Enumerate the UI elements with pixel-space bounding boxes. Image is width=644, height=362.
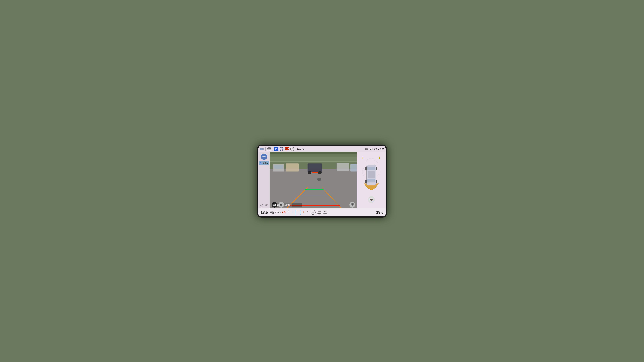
svg-text:MAX: MAX [324, 213, 326, 214]
globe-icon [374, 148, 377, 150]
svg-point-19 [264, 156, 265, 157]
svg-rect-51 [351, 203, 352, 205]
grid-icon[interactable] [260, 148, 264, 150]
auto-button[interactable]: AUTO [275, 211, 281, 214]
ac-unit-label: 空调 [270, 212, 274, 214]
rear-defroster-button[interactable]: REAR [317, 211, 322, 214]
divider2 [272, 147, 273, 151]
settings-button[interactable]: 设置 [259, 204, 269, 207]
svg-text:!: ! [362, 156, 363, 159]
ac-label-group: AQS 空调 [270, 211, 274, 214]
svg-point-50 [282, 204, 282, 205]
avatar[interactable] [261, 154, 267, 160]
svg-rect-52 [352, 203, 354, 205]
svg-point-38 [317, 178, 321, 181]
heated-seat-right-icon[interactable] [306, 211, 310, 214]
settings-icon [260, 204, 263, 207]
top-bar-right: 13:37 [365, 148, 384, 150]
svg-rect-53 [351, 205, 352, 206]
home-button[interactable] [296, 210, 301, 215]
svg-rect-30 [286, 163, 299, 171]
svg-rect-29 [274, 165, 283, 169]
svg-text:REAR: REAR [318, 213, 321, 214]
screen-outer: P ASSIST MODE [257, 145, 387, 218]
svg-point-72 [292, 213, 293, 213]
svg-rect-37 [312, 172, 318, 173]
svg-point-15 [261, 154, 267, 160]
top-bar-left: P ASSIST MODE [260, 147, 364, 151]
svg-point-75 [303, 213, 304, 213]
svg-point-20 [261, 205, 262, 206]
camera-controls [270, 201, 357, 208]
svg-rect-9 [366, 148, 368, 150]
left-sidebar: P▲ 摄像头 设置 [258, 152, 270, 208]
svg-rect-66 [376, 180, 377, 183]
camera-feed: ⚠ 注意! 请安全驾驶! [270, 152, 357, 208]
camera-view: ⚠ 注意! 请安全驾驶! [270, 152, 357, 208]
temp-right: 18.5 [376, 210, 384, 215]
svg-point-35 [308, 171, 312, 174]
time-display: 13:37 [378, 148, 384, 150]
svg-point-71 [292, 212, 293, 212]
screen-inner: P ASSIST MODE [258, 146, 386, 216]
parking-scene [270, 152, 357, 208]
car-settings-icon[interactable] [267, 147, 271, 151]
parking-p-button[interactable]: P [274, 147, 278, 151]
svg-rect-54 [352, 205, 354, 206]
svg-point-36 [318, 171, 322, 174]
camera-split-btn[interactable] [350, 202, 355, 208]
svg-rect-60 [368, 165, 375, 167]
svg-rect-24 [270, 161, 357, 162]
svg-rect-23 [270, 154, 357, 161]
ac-button[interactable]: A/C [282, 211, 286, 214]
svg-rect-0 [267, 148, 271, 150]
ac-add-button[interactable]: + [311, 210, 316, 215]
chat-icon [365, 148, 368, 150]
svg-rect-61 [368, 182, 375, 183]
svg-marker-8 [286, 150, 288, 151]
right-panel: ! ! [357, 152, 386, 208]
mode-icon[interactable]: MODE [284, 147, 289, 151]
svg-rect-64 [366, 180, 367, 183]
svg-point-70 [292, 211, 293, 212]
parking-symbol: P▲ [260, 162, 262, 164]
bottom-bar: 18.5 AQS 空调 AUTO A/C [258, 208, 386, 216]
heated-seat-left-icon[interactable] [287, 211, 290, 214]
temp-left: 18.5 [260, 210, 268, 215]
camera-label: 摄像头 [263, 162, 268, 164]
svg-point-47 [274, 204, 274, 205]
svg-point-73 [303, 211, 304, 212]
svg-rect-32 [350, 164, 357, 171]
assist-icon[interactable]: ASSIST [280, 147, 283, 151]
signal-bars [370, 148, 373, 150]
settings-label: 设置 [264, 204, 268, 207]
svg-rect-63 [366, 167, 367, 170]
add-button[interactable]: + [290, 147, 294, 151]
svg-rect-80 [323, 211, 327, 213]
temperature-display: 25.0 °C [296, 148, 304, 150]
top-bar: P ASSIST MODE [258, 146, 386, 152]
svg-rect-65 [376, 167, 377, 170]
camera-rear-btn[interactable] [272, 202, 277, 208]
svg-rect-31 [336, 163, 349, 171]
svg-text:!: ! [379, 156, 380, 159]
mute-button[interactable] [368, 196, 375, 203]
max-button[interactable]: MAX [323, 211, 328, 214]
menu-right-icon[interactable] [302, 211, 305, 214]
svg-text:MODE: MODE [285, 148, 289, 149]
main-content: P▲ 摄像头 设置 [258, 152, 386, 208]
svg-text:ASSIST: ASSIST [280, 149, 283, 150]
radar-diagram: ! ! [358, 153, 385, 195]
menu-left-icon[interactable] [292, 211, 294, 214]
svg-rect-62 [368, 171, 375, 178]
svg-rect-34 [309, 164, 321, 169]
camera-button[interactable]: P▲ 摄像头 [259, 161, 269, 165]
svg-point-74 [303, 212, 304, 212]
camera-front-btn[interactable] [278, 202, 284, 208]
svg-point-18 [263, 156, 264, 157]
